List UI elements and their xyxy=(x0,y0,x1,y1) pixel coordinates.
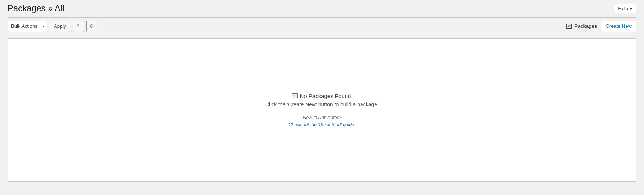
svg-rect-6 xyxy=(293,95,296,95)
packages-icon xyxy=(566,23,572,29)
page-title: Packages » All xyxy=(8,3,64,14)
new-to-duplicator-text: New to Duplicator? xyxy=(265,115,379,120)
empty-state-title: No Packages Found. xyxy=(265,93,379,99)
page-header: Packages » All Help ▾ xyxy=(8,0,636,17)
settings-icon-button[interactable]: ⚙ xyxy=(86,21,97,32)
bottom-bar xyxy=(8,181,636,186)
packages-link[interactable]: Packages xyxy=(566,23,597,29)
empty-state-packages-icon xyxy=(291,93,298,99)
toolbar-right: Packages Create New xyxy=(566,21,636,32)
no-packages-text: No Packages Found. xyxy=(300,93,352,99)
bulk-actions-select[interactable]: Bulk Actions xyxy=(8,21,47,32)
question-mark-icon: ? xyxy=(77,23,79,29)
help-button[interactable]: Help ▾ xyxy=(614,4,636,13)
bulk-actions-wrapper: Bulk Actions xyxy=(8,21,47,32)
chevron-down-icon: ▾ xyxy=(630,6,632,11)
apply-button[interactable]: Apply xyxy=(50,21,70,32)
svg-rect-7 xyxy=(293,96,295,97)
help-label: Help xyxy=(618,6,628,11)
toolbar-left: Bulk Actions Apply ? ⚙ xyxy=(8,21,97,32)
gear-icon: ⚙ xyxy=(90,23,94,29)
packages-link-label: Packages xyxy=(574,23,597,29)
create-new-button[interactable]: Create New xyxy=(601,21,636,32)
quick-start-link[interactable]: Check out the 'Quick Start' guide! xyxy=(289,122,355,127)
svg-rect-2 xyxy=(568,25,571,26)
empty-state-subtitle: Click the 'Create New' button to build a… xyxy=(265,101,379,107)
toolbar: Bulk Actions Apply ? ⚙ xyxy=(8,17,636,35)
svg-rect-3 xyxy=(568,26,570,27)
main-content: No Packages Found. Click the 'Create New… xyxy=(8,39,636,181)
top-bar xyxy=(8,35,636,39)
help-icon-button[interactable]: ? xyxy=(73,21,84,32)
empty-state: No Packages Found. Click the 'Create New… xyxy=(258,78,386,142)
